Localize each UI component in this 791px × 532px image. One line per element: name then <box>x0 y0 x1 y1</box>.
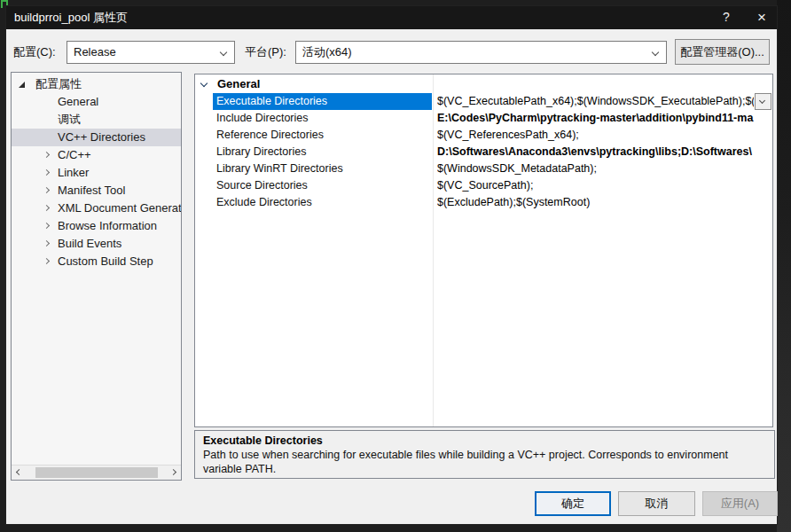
grid-group-header-general[interactable]: General <box>195 74 772 93</box>
chevron-down-icon <box>220 49 227 56</box>
expander-collapsed-icon[interactable] <box>43 187 50 193</box>
property-value[interactable]: $(VC_ReferencesPath_x64); <box>437 127 771 144</box>
chevron-left-icon <box>16 469 22 475</box>
scroll-left-arrow[interactable] <box>12 466 27 480</box>
screen: buildprroi_pool 属性页 ? × 配置(C): Release 平… <box>0 0 791 532</box>
property-value[interactable]: D:\Softwares\Anaconda3\envs\pytracking\l… <box>437 144 771 160</box>
property-name: Source Directories <box>216 179 308 192</box>
dialog-title: buildprroi_pool 属性页 <box>14 6 128 28</box>
property-value[interactable]: $(VC_ExecutablePath_x64);$(WindowsSDK_Ex… <box>437 93 754 110</box>
chevron-down-icon <box>759 98 765 104</box>
configuration-label: 配置(C): <box>13 41 56 64</box>
tree-horizontal-scrollbar[interactable] <box>12 465 181 480</box>
expander-collapsed-icon[interactable] <box>43 169 50 176</box>
property-pages-dialog: buildprroi_pool 属性页 ? × 配置(C): Release 平… <box>5 5 778 525</box>
tree-item-configuration-properties[interactable]: 配置属性 <box>12 75 181 93</box>
property-value[interactable]: $(ExcludePath);$(SystemRoot) <box>437 194 771 211</box>
expander-collapsed-icon[interactable] <box>43 240 50 246</box>
help-button[interactable]: ? <box>717 6 736 29</box>
property-grid: General Executable Directories $(VC_Exec… <box>194 74 773 427</box>
tree-item-custom-build-step[interactable]: Custom Build Step <box>12 253 181 270</box>
scrollbar-thumb[interactable] <box>35 467 158 478</box>
ok-button[interactable]: 确定 <box>535 491 611 516</box>
chevron-down-icon <box>652 49 659 56</box>
chevron-down-icon <box>200 80 208 87</box>
platform-select[interactable]: 活动(x64) <box>295 41 667 64</box>
cancel-button[interactable]: 取消 <box>618 491 695 516</box>
property-name: Executable Directories <box>216 95 327 107</box>
platform-label: 平台(P): <box>245 41 286 64</box>
property-name: Library Directories <box>216 145 306 158</box>
tree-item-debugging[interactable]: 调试 <box>12 111 181 129</box>
expander-collapsed-icon[interactable] <box>43 152 50 158</box>
value-dropdown-button[interactable] <box>755 93 771 110</box>
property-name: Library WinRT Directories <box>216 162 343 175</box>
description-body: Path to use when searching for executabl… <box>203 448 766 476</box>
platform-value: 活动(x64) <box>302 45 352 59</box>
grid-row-library-winrt-directories[interactable]: Library WinRT Directories $(WindowsSDK_M… <box>195 160 772 177</box>
configuration-value: Release <box>74 45 116 59</box>
grid-row-exclude-directories[interactable]: Exclude Directories $(ExcludePath);$(Sys… <box>195 194 772 211</box>
property-value[interactable]: $(VC_SourcePath); <box>437 177 771 194</box>
scroll-right-arrow[interactable] <box>166 466 181 480</box>
expander-expanded-icon[interactable] <box>19 82 25 88</box>
tree-item-manifest-tool[interactable]: Manifest Tool <box>12 182 181 200</box>
tree-item-c-cpp[interactable]: C/C++ <box>12 146 181 164</box>
close-button[interactable]: × <box>752 6 771 29</box>
property-description-panel: Executable Directories Path to use when … <box>194 430 775 479</box>
expander-collapsed-icon[interactable] <box>43 205 50 211</box>
tree-item-linker[interactable]: Linker <box>12 164 181 182</box>
grid-row-executable-directories[interactable]: Executable Directories $(VC_ExecutablePa… <box>195 93 772 110</box>
grid-row-reference-directories[interactable]: Reference Directories $(VC_ReferencesPat… <box>195 127 772 144</box>
property-name: Exclude Directories <box>216 196 312 208</box>
help-icon: ? <box>723 10 730 24</box>
grid-row-source-directories[interactable]: Source Directories $(VC_SourcePath); <box>195 177 772 194</box>
property-name: Reference Directories <box>216 129 324 141</box>
configuration-select[interactable]: Release <box>67 41 235 64</box>
chevron-right-icon <box>170 469 176 475</box>
tree-item-general[interactable]: General <box>12 93 181 111</box>
tree-item-browse-information[interactable]: Browse Information <box>12 217 181 235</box>
tree-item-build-events[interactable]: Build Events <box>12 235 181 253</box>
expander-collapsed-icon[interactable] <box>43 258 50 264</box>
description-title: Executable Directories <box>203 434 766 447</box>
tree-item-vcpp-directories[interactable]: VC++ Directories <box>12 129 181 146</box>
tree-item-xml-document-generator[interactable]: XML Document Generat <box>12 200 181 217</box>
configuration-manager-button[interactable]: 配置管理器(O)... <box>675 39 770 65</box>
grid-row-library-directories[interactable]: Library Directories D:\Softwares\Anacond… <box>195 144 772 160</box>
grid-row-include-directories[interactable]: Include Directories E:\Codes\PyCharm\pyt… <box>195 110 772 127</box>
expander-collapsed-icon[interactable] <box>43 223 50 229</box>
close-icon: × <box>757 9 766 26</box>
apply-button[interactable]: 应用(A) <box>702 491 778 516</box>
background-ide-strip <box>777 0 791 532</box>
dialog-titlebar[interactable]: buildprroi_pool 属性页 ? × <box>6 6 777 29</box>
property-tree: 配置属性 General 调试 VC++ Directories C/C++ L… <box>11 72 182 481</box>
property-value[interactable]: $(WindowsSDK_MetadataPath); <box>437 160 771 177</box>
property-value[interactable]: E:\Codes\PyCharm\pytracking-master\addit… <box>437 110 771 127</box>
property-name: Include Directories <box>216 112 309 124</box>
